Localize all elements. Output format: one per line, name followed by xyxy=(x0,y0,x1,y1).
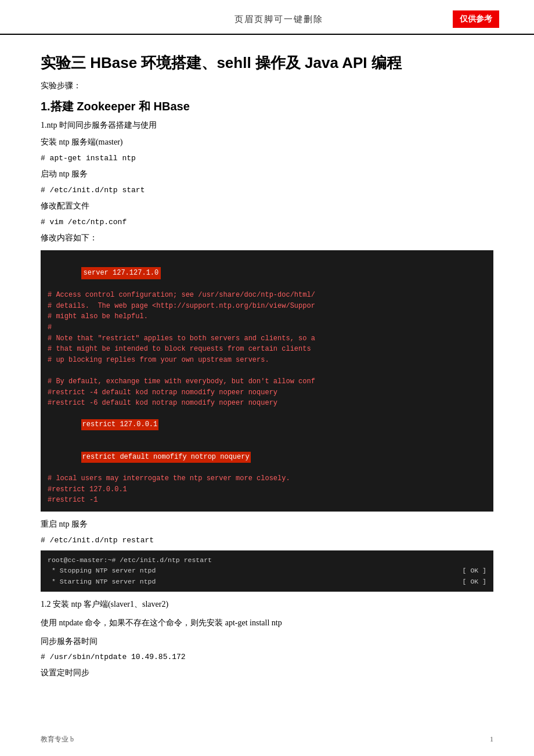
header-badge: 仅供参考 xyxy=(453,10,499,28)
ntpdate-desc: 使用 ntpdate 命令，如果不存在这个命令，则先安装 apt-get ins… xyxy=(41,616,493,630)
sync-label: 同步服务器时间 xyxy=(41,635,493,649)
timing-sync-label: 设置定时同步 xyxy=(41,666,493,680)
restrict-highlight-1: restrict 127.0.0.1 xyxy=(81,419,159,430)
footer-left: 教育专业 b xyxy=(41,735,74,744)
section1-title: 1.搭建 Zookeeper 和 HBase xyxy=(41,99,493,114)
server-highlight: server 127.127.1.0 xyxy=(81,267,161,279)
install-ntp-label: 安装 ntp 服务端(master) xyxy=(41,135,493,149)
terminal-block-2: root@cc-master:~# /etc/init.d/ntp restar… xyxy=(41,550,493,592)
cmd5: # /usr/sbin/ntpdate 10.49.85.172 xyxy=(41,653,493,661)
terminal2-line1: root@cc-master:~# /etc/init.d/ntp restar… xyxy=(48,555,486,566)
cmd2: # /etc/init.d/ntp start xyxy=(41,186,493,195)
terminal2-line3-row: * Starting NTP server ntpd [ OK ] xyxy=(48,577,486,587)
start-ntp-label: 启动 ntp 服务 xyxy=(41,167,493,181)
terminal2-line2: * Stopping NTP server ntpd xyxy=(48,566,156,576)
header-center-title: 页眉页脚可一键删除 xyxy=(104,14,453,25)
cmd4: # /etc/init.d/ntp restart xyxy=(41,536,493,545)
page-header: 页眉页脚可一键删除 仅供参考 xyxy=(0,0,534,35)
page-wrapper: 页眉页脚可一键删除 仅供参考 实验三 HBase 环境搭建、sehll 操作及 … xyxy=(0,0,534,756)
footer-right: 1 xyxy=(490,735,493,744)
main-title: 实验三 HBase 环境搭建、sehll 操作及 Java API 编程 xyxy=(41,52,493,73)
restart-label: 重启 ntp 服务 xyxy=(41,517,493,531)
terminal2-line3: * Starting NTP server ntpd xyxy=(48,577,156,587)
page-footer: 教育专业 b 1 xyxy=(41,735,493,744)
sub1-title: 1.ntp 时间同步服务器搭建与使用 xyxy=(41,120,493,131)
modify-content-label: 修改内容如下： xyxy=(41,231,493,245)
terminal2-line2-ok: [ OK ] xyxy=(463,566,486,576)
cmd1: # apt-get install ntp xyxy=(41,154,493,163)
terminal2-line3-ok: [ OK ] xyxy=(463,577,486,587)
terminal-block-1: server 127.127.1.0 # Access control conf… xyxy=(41,250,493,512)
terminal2-line2-row: * Stopping NTP server ntpd [ OK ] xyxy=(48,566,486,576)
main-content: 实验三 HBase 环境搭建、sehll 操作及 Java API 编程 实验步… xyxy=(0,35,534,719)
modify-config-label: 修改配置文件 xyxy=(41,199,493,213)
restrict-highlight-2: restrict default nomofify notrop noquery xyxy=(81,452,251,463)
lab-steps-label: 实验步骤： xyxy=(41,79,493,93)
cmd3: # vim /etc/ntp.conf xyxy=(41,218,493,226)
sub12-title: 1.2 安装 ntp 客户端(slaver1、slaver2) xyxy=(41,597,493,611)
